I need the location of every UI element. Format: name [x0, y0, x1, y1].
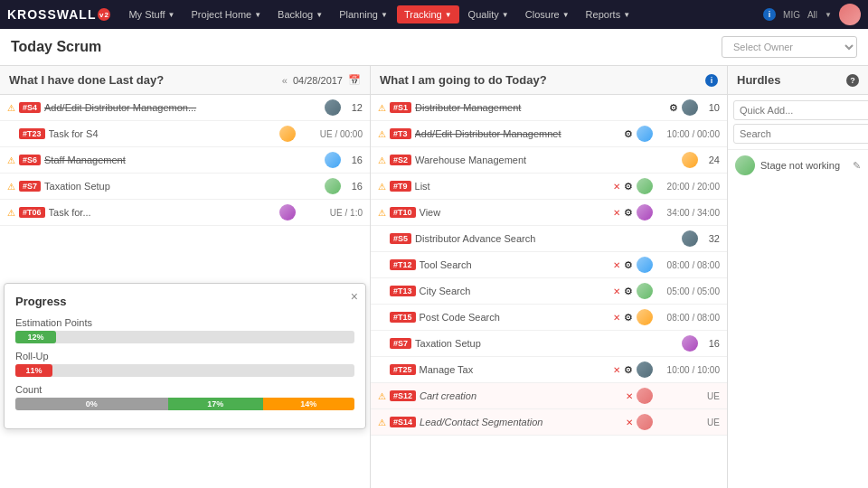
count-segment-1-label: 17% — [207, 399, 223, 408]
page-title: Today Scrum — [11, 39, 101, 55]
help-icon[interactable]: ? — [846, 74, 859, 87]
search-row: 🔍 — [733, 124, 863, 144]
nav-projecthome[interactable]: Project Home ▼ — [184, 5, 269, 23]
avatar[interactable] — [839, 4, 861, 25]
close-icon[interactable]: ✕ — [613, 313, 620, 323]
rollup-bar: 11% — [15, 364, 354, 377]
quick-add-input[interactable] — [733, 100, 868, 120]
nav-reports[interactable]: Reports ▼ — [579, 5, 637, 23]
close-icon[interactable]: ✕ — [626, 418, 633, 427]
task-points: 16 — [702, 338, 720, 349]
task-name: Distributor Management — [415, 102, 665, 113]
close-icon[interactable]: ✕ — [613, 365, 620, 375]
settings-icon[interactable]: ⚙ — [624, 286, 633, 297]
task-name: Cart creation — [420, 390, 622, 401]
task-badge: #S12 — [390, 390, 416, 401]
info-icon[interactable]: i — [763, 8, 776, 21]
rollup-value: 11% — [26, 366, 42, 375]
task-name: Taxation Setup — [415, 338, 678, 349]
count-label: Count — [15, 384, 354, 395]
nav-backlog[interactable]: Backlog ▼ — [270, 5, 330, 23]
count-segment-1: 17% — [168, 398, 263, 410]
list-item: ⚠ #S1 Distributor Management ⚙ 10 — [371, 95, 727, 121]
avatar — [637, 414, 653, 430]
search-input[interactable] — [733, 124, 868, 144]
count-segment-2-label: 14% — [300, 399, 316, 408]
prev-date-button[interactable]: « — [282, 75, 288, 86]
nav-planning[interactable]: Planning ▼ — [332, 5, 395, 23]
avatar — [682, 152, 698, 168]
task-time: UE — [656, 391, 720, 401]
chevron-down-icon: ▼ — [316, 11, 323, 19]
task-badge: #T15 — [390, 312, 416, 323]
left-panel-content: ⚠ #S4 Add/Edit Distributor Managemon... … — [0, 95, 370, 226]
nav-mystuff-label: My Stuff — [128, 9, 165, 20]
nav-closure[interactable]: Closure ▼ — [518, 5, 577, 23]
task-badge: #S1 — [390, 102, 411, 113]
warning-icon: ⚠ — [7, 103, 15, 113]
estimation-label: Estimation Points — [15, 317, 354, 328]
select-owner[interactable]: Select Owner — [722, 36, 857, 58]
count-segment-0: 0% — [15, 398, 168, 410]
task-name: Task for... — [49, 207, 276, 218]
task-time: 10:00 / 00:00 — [656, 129, 720, 139]
user-label: MIG — [783, 10, 800, 20]
rollup-section: Roll-Up 11% — [15, 351, 354, 377]
nav-mystuff[interactable]: My Stuff ▼ — [121, 5, 182, 23]
warning-icon: ⚠ — [378, 418, 386, 427]
task-badge: #S5 — [390, 233, 411, 244]
left-panel: What I have done Last day? « 04/28/2017 … — [0, 66, 371, 488]
progress-title: Progress — [15, 295, 354, 308]
close-icon[interactable]: × — [351, 289, 358, 304]
list-item: ⚠ #T9 List ✕ ⚙ 20:00 / 20:00 — [371, 174, 727, 200]
avatar — [325, 152, 341, 168]
calendar-icon[interactable]: 📅 — [348, 74, 361, 86]
close-icon[interactable]: ✕ — [613, 286, 620, 296]
header: KROSSWALL v2 My Stuff ▼ Project Home ▼ B… — [0, 0, 868, 29]
settings-icon[interactable]: ⚙ — [624, 207, 633, 219]
task-name: City Search — [420, 286, 609, 296]
logo-text: KROSSWALL — [7, 7, 96, 22]
task-time: 05:00 / 05:00 — [656, 286, 720, 296]
right-panel: Hurdles ? + 🔍 Stage not working ✎ — [728, 66, 868, 488]
header-right: i MIG All ▼ — [763, 4, 861, 25]
count-bar: 0% 17% 14% — [15, 398, 354, 410]
list-item: ⚠ #T06 Task for... UE / 1:0 — [0, 200, 370, 226]
avatar — [682, 99, 698, 116]
info-icon[interactable]: i — [705, 74, 718, 87]
settings-icon[interactable]: ⚙ — [624, 181, 633, 192]
count-segment-2: 14% — [263, 398, 354, 410]
nav-tracking[interactable]: Tracking ▼ — [397, 5, 459, 23]
role-label: All — [807, 10, 817, 20]
settings-icon[interactable]: ⚙ — [624, 128, 633, 140]
hurdle-item: Stage not working ✎ — [728, 150, 868, 181]
task-badge: #T23 — [19, 128, 45, 139]
edit-icon[interactable]: ✎ — [853, 160, 861, 172]
nav-planning-label: Planning — [339, 9, 378, 20]
task-badge: #S7 — [390, 338, 411, 349]
task-name: Distributor Advance Search — [415, 233, 678, 244]
chevron-down-icon: ▼ — [254, 11, 261, 19]
task-time: 34:00 / 34:00 — [656, 208, 720, 218]
logo-badge: v2 — [98, 8, 110, 21]
settings-icon[interactable]: ⚙ — [624, 259, 633, 271]
task-points: 16 — [344, 155, 363, 165]
right-panel-header: Hurdles ? — [728, 66, 868, 95]
task-badge: #T3 — [390, 128, 411, 139]
avatar — [325, 99, 341, 116]
settings-icon[interactable]: ⚙ — [624, 364, 633, 376]
warning-icon: ⚠ — [378, 103, 386, 113]
nav-quality[interactable]: Quality ▼ — [461, 5, 516, 23]
settings-icon[interactable]: ⚙ — [624, 312, 633, 324]
warning-icon: ⚠ — [7, 155, 15, 165]
task-badge: #T25 — [390, 364, 416, 375]
settings-icon[interactable]: ⚙ — [669, 102, 678, 114]
task-points: 24 — [702, 155, 720, 165]
close-icon[interactable]: ✕ — [613, 182, 620, 192]
close-icon[interactable]: ✕ — [613, 260, 620, 270]
close-icon[interactable]: ✕ — [613, 208, 620, 218]
close-icon[interactable]: ✕ — [626, 391, 633, 401]
hurdles-title: Hurdles — [737, 73, 780, 87]
progress-overlay: × Progress Estimation Points 12% Roll-Up… — [4, 283, 366, 429]
chevron-down-icon: ▼ — [445, 11, 452, 19]
